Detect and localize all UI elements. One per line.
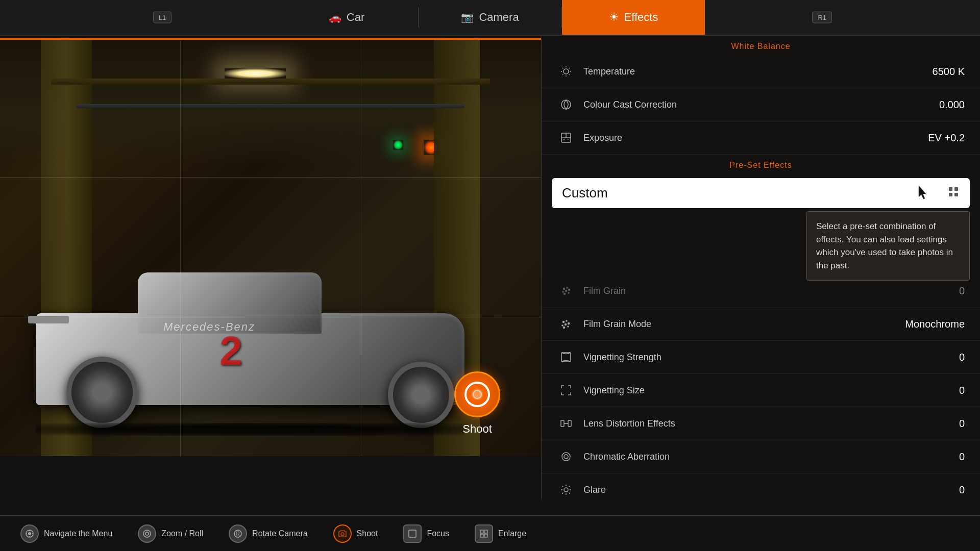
lens-distortion-label: Lens Distortion Effects <box>583 418 959 429</box>
svg-point-60 <box>143 530 151 537</box>
enlarge-btn-icon <box>475 524 493 543</box>
action-zoom[interactable]: Zoom / Roll <box>138 524 203 543</box>
svg-line-8 <box>569 68 570 68</box>
temperature-value: 6500 K <box>933 66 965 78</box>
svg-line-45 <box>562 486 563 487</box>
tab-effects[interactable]: ☀ Effects <box>562 0 705 35</box>
svg-point-9 <box>561 100 571 109</box>
navigate-btn-icon <box>20 524 39 543</box>
glare-value: 0 <box>959 484 965 496</box>
action-shoot[interactable]: Shoot <box>333 524 378 543</box>
top-navigation: L1 🚗 Car 📷 Camera ☀ Effects R1 <box>0 0 980 36</box>
vignetting-strength-row[interactable]: Vignetting Strength 0 <box>542 341 980 374</box>
vignetting-size-row[interactable]: Vignetting Size 0 <box>542 374 980 407</box>
camera-icon: 📷 <box>461 11 474 23</box>
chromatic-aberration-row[interactable]: Chromatic Aberration 0 <box>542 440 980 473</box>
tab-car-label: Car <box>347 11 364 24</box>
svg-point-21 <box>567 287 568 288</box>
svg-point-27 <box>563 321 565 323</box>
zoom-label: Zoom / Roll <box>161 529 203 538</box>
action-focus[interactable]: Focus <box>403 524 449 543</box>
svg-point-26 <box>564 293 566 295</box>
film-grain-mode-label: Film Grain Mode <box>583 319 905 330</box>
orange-border <box>0 38 541 40</box>
temperature-row[interactable]: Temperature 6500 K <box>542 55 980 88</box>
car-shadow <box>36 423 464 436</box>
action-navigate[interactable]: Navigate the Menu <box>20 524 112 543</box>
vignetting-strength-label: Vignetting Strength <box>583 352 959 363</box>
svg-rect-17 <box>954 187 958 191</box>
svg-rect-18 <box>949 193 952 196</box>
film-grain-mode-icon <box>557 315 575 333</box>
svg-point-28 <box>566 320 567 321</box>
svg-rect-36 <box>568 420 571 427</box>
film-grain-value: 0 <box>959 285 965 297</box>
effects-icon: ☀ <box>609 11 619 24</box>
chromatic-aberration-label: Chromatic Aberration <box>583 452 959 462</box>
l1-button[interactable]: L1 <box>153 12 172 23</box>
svg-point-25 <box>568 292 569 293</box>
vignetting-size-label: Vignetting Size <box>583 385 959 396</box>
zoom-btn-icon <box>138 524 156 543</box>
vignetting-size-value: 0 <box>959 385 965 396</box>
car-wheel-rear <box>66 357 138 428</box>
lens-distortion-value: 0 <box>959 418 965 430</box>
film-grain-mode-row[interactable]: Film Grain Mode Monochrome <box>542 308 980 341</box>
beam-top <box>51 79 490 85</box>
svg-rect-19 <box>954 193 958 196</box>
svg-rect-68 <box>480 534 483 537</box>
chromatic-aberration-value: 0 <box>959 451 965 463</box>
action-rotate[interactable]: R Rotate Camera <box>229 524 308 543</box>
rotate-btn-icon: R <box>229 524 247 543</box>
svg-point-32 <box>568 326 569 327</box>
film-grain-mode-value: Monochrome <box>905 318 965 330</box>
colour-cast-row[interactable]: Colour Cast Correction 0.000 <box>542 88 980 121</box>
svg-line-46 <box>569 493 570 494</box>
svg-rect-16 <box>949 187 952 191</box>
exposure-icon <box>557 129 575 147</box>
svg-point-64 <box>341 533 344 536</box>
tab-car[interactable]: 🚗 Car <box>275 0 418 35</box>
exposure-row[interactable]: Exposure EV +0.2 <box>542 121 980 155</box>
shutter-icon <box>464 382 490 407</box>
main-area: 2 Mercedes-Benz <box>0 36 980 500</box>
shoot-button[interactable] <box>454 371 500 417</box>
camera-view: 2 Mercedes-Benz <box>0 38 541 456</box>
svg-point-23 <box>562 291 564 292</box>
preset-tooltip: Select a pre-set combination of effects.… <box>806 211 970 281</box>
navigate-label: Navigate the Menu <box>44 529 112 538</box>
svg-line-47 <box>562 493 563 494</box>
car-spoiler <box>28 316 69 323</box>
svg-point-20 <box>564 288 565 290</box>
preset-effects-header: Pre-Set Effects <box>542 155 980 174</box>
film-grain-icon <box>557 282 575 300</box>
beam-pipe <box>77 104 464 108</box>
focus-btn-icon <box>403 524 422 543</box>
vignetting-strength-value: 0 <box>959 352 965 363</box>
camera-background: 2 Mercedes-Benz <box>0 38 541 456</box>
preset-selector[interactable]: Custom <box>552 178 970 208</box>
action-enlarge[interactable]: Enlarge <box>475 524 526 543</box>
grid-icon <box>947 186 960 201</box>
bottom-bar: Navigate the Menu Zoom / Roll R Rotate C… <box>0 515 980 551</box>
svg-line-5 <box>562 68 563 68</box>
white-balance-header: White Balance <box>542 36 980 55</box>
ceiling-light <box>225 68 286 79</box>
car-silhouette: 2 Mercedes-Benz <box>26 242 485 436</box>
svg-point-40 <box>564 488 568 492</box>
bg-light-green <box>393 140 403 150</box>
preset-area: Custom Select a <box>542 178 980 208</box>
svg-point-30 <box>562 325 563 326</box>
shoot-label: Shoot <box>462 422 492 436</box>
exposure-value: EV +0.2 <box>928 132 965 144</box>
lens-distortion-row[interactable]: Lens Distortion Effects 0 <box>542 407 980 440</box>
r1-button[interactable]: R1 <box>812 12 832 23</box>
lens-distortion-icon <box>557 414 575 433</box>
svg-rect-66 <box>480 530 483 533</box>
svg-line-7 <box>562 74 563 75</box>
glare-row[interactable]: Glare 0 <box>542 473 980 500</box>
tab-camera[interactable]: 📷 Camera <box>419 0 561 35</box>
car-icon: 🚗 <box>329 11 341 23</box>
vignetting-size-icon <box>557 381 575 399</box>
car-number: 2 <box>219 328 242 374</box>
